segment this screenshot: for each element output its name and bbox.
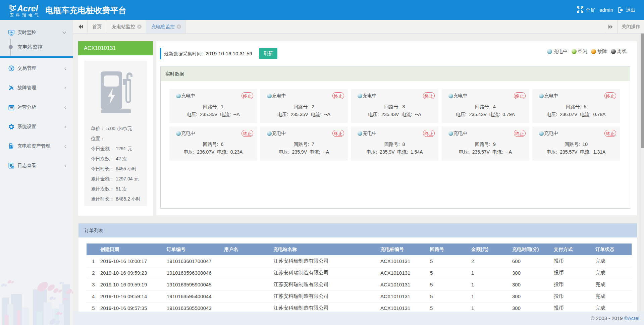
svg-text:¥: ¥ [10,66,13,70]
